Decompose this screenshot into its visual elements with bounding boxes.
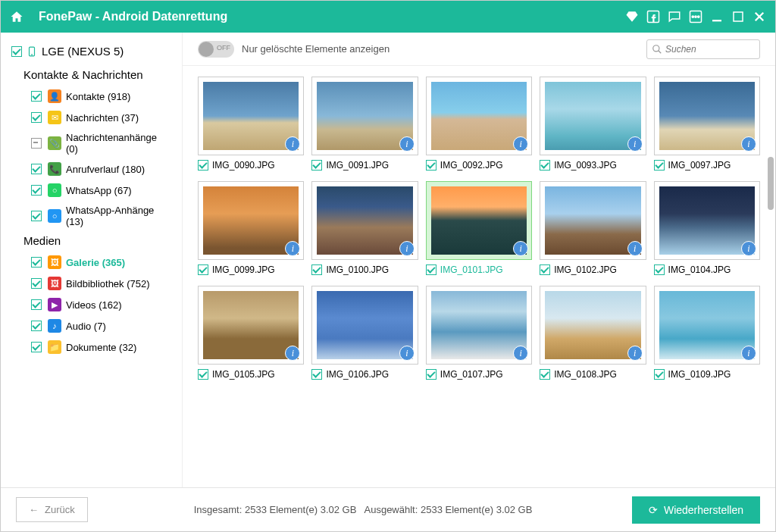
deleted-only-toggle[interactable]: OFF <box>198 41 234 58</box>
category-checkbox[interactable] <box>31 342 42 352</box>
search-box[interactable] <box>646 39 760 59</box>
scrollbar[interactable] <box>768 157 774 210</box>
thumbnail-item[interactable]: iIMG_0099.JPG <box>198 181 304 275</box>
thumbnail-item[interactable]: iIMG_0101.JPG <box>426 181 532 275</box>
category-label: Audio (7) <box>66 321 106 332</box>
category-item[interactable]: ♪Audio (7) <box>1 315 182 336</box>
refresh-icon: ⟳ <box>649 504 658 516</box>
thumbnail-name: IMG_0104.JPG <box>668 264 731 275</box>
category-item[interactable]: ○WhatsApp-Anhänge (13) <box>1 201 182 231</box>
category-checkbox[interactable] <box>31 164 42 174</box>
more-icon[interactable] <box>689 10 702 23</box>
stats-text: Insgesamt: 2533 Element(e) 3.02 GB Ausge… <box>88 504 632 515</box>
thumbnail-item[interactable]: iIMG_0109.JPG <box>654 286 760 380</box>
thumbnail-item[interactable]: iIMG_0092.JPG <box>426 77 532 171</box>
category-label: Nachrichtenanhänge (0) <box>66 132 171 155</box>
diamond-icon[interactable] <box>625 10 639 23</box>
category-item[interactable]: 📁Dokumente (32) <box>1 336 182 358</box>
category-item[interactable]: ▶Videos (162) <box>1 294 182 315</box>
thumbnail-item[interactable]: iIMG_0100.JPG <box>311 181 418 275</box>
info-icon[interactable]: i <box>399 241 415 256</box>
thumbnail-image <box>659 82 755 150</box>
category-item[interactable]: ○WhatsApp (67) <box>1 180 182 201</box>
thumbnail-checkbox[interactable] <box>540 264 550 275</box>
category-checkbox[interactable] <box>31 257 42 268</box>
thumbnail-checkbox[interactable] <box>654 160 665 171</box>
category-checkbox[interactable] <box>31 321 42 331</box>
info-icon[interactable]: i <box>399 136 415 152</box>
thumbnail-item[interactable]: iIMG_0091.JPG <box>311 77 418 171</box>
search-input[interactable] <box>665 44 755 55</box>
thumbnail-item[interactable]: iIMG_0093.JPG <box>540 77 646 171</box>
info-icon[interactable]: i <box>741 346 756 361</box>
maximize-icon[interactable] <box>731 10 745 23</box>
category-icon: 📁 <box>48 340 61 354</box>
device-checkbox[interactable] <box>11 46 22 57</box>
close-icon[interactable] <box>753 10 766 23</box>
thumbnail-checkbox[interactable] <box>426 264 436 275</box>
thumbnail-checkbox[interactable] <box>540 160 550 171</box>
thumbnail-checkbox[interactable] <box>311 264 322 275</box>
thumbnail-checkbox[interactable] <box>426 369 436 380</box>
device-row[interactable]: LGE (NEXUS 5) <box>1 42 182 65</box>
thumbnail-checkbox[interactable] <box>426 160 436 171</box>
category-item[interactable]: 🖼Bildbibliothek (752) <box>1 273 182 294</box>
thumbnail-image <box>431 82 527 150</box>
category-checkbox[interactable] <box>31 91 42 102</box>
thumbnail-image <box>659 291 755 359</box>
thumbnail-checkbox[interactable] <box>654 264 665 275</box>
category-item[interactable]: 📞Anrufverlauf (180) <box>1 158 182 180</box>
info-icon[interactable]: i <box>741 136 756 152</box>
thumbnail-item[interactable]: iIMG_0105.JPG <box>198 286 304 380</box>
category-icon: ♪ <box>48 319 61 333</box>
thumbnail-checkbox[interactable] <box>311 160 322 171</box>
category-item[interactable]: 👤Kontakte (918) <box>1 86 182 107</box>
recover-button[interactable]: ⟳ Wiederherstellen <box>632 496 760 524</box>
thumbnail-name: IMG_0090.JPG <box>212 160 275 171</box>
thumbnail-checkbox[interactable] <box>654 369 665 380</box>
thumbnail-item[interactable]: iIMG_0106.JPG <box>311 286 418 380</box>
minimize-icon[interactable] <box>710 10 724 23</box>
thumbnail-name: IMG_0101.JPG <box>440 264 503 275</box>
thumbnail-item[interactable]: iIMG_0102.JPG <box>540 181 646 275</box>
category-item[interactable]: ✉Nachrichten (37) <box>1 107 182 128</box>
info-icon[interactable]: i <box>627 346 643 361</box>
category-label: Videos (162) <box>66 299 121 311</box>
category-checkbox[interactable] <box>31 185 42 196</box>
thumbnail-name: IMG_0093.JPG <box>554 160 617 171</box>
thumbnail-checkbox[interactable] <box>540 369 550 380</box>
thumbnail-item[interactable]: iIMG_0097.JPG <box>654 77 760 171</box>
category-label: Galerie (365) <box>66 257 125 268</box>
thumbnail-checkbox[interactable] <box>198 160 208 171</box>
facebook-icon[interactable] <box>646 10 660 23</box>
info-icon[interactable]: i <box>627 136 643 152</box>
category-checkbox[interactable] <box>31 112 42 123</box>
feedback-icon[interactable] <box>668 10 681 23</box>
thumbnail-item[interactable]: iIMG_0090.JPG <box>198 77 304 171</box>
thumbnail-checkbox[interactable] <box>198 369 208 380</box>
thumbnail-image <box>545 291 640 359</box>
info-icon[interactable]: i <box>399 346 415 361</box>
search-icon <box>652 44 662 55</box>
back-button[interactable]: ← Zurück <box>16 497 88 522</box>
svg-point-2 <box>692 16 693 17</box>
thumbnail-checkbox[interactable] <box>311 369 322 380</box>
thumbnail-item[interactable]: iIMG_0108.JPG <box>540 286 646 380</box>
category-item[interactable]: 📎Nachrichtenanhänge (0) <box>1 128 182 158</box>
category-checkbox[interactable] <box>31 138 42 149</box>
info-icon[interactable]: i <box>627 241 643 256</box>
thumbnail-checkbox[interactable] <box>198 264 208 275</box>
category-item[interactable]: 🖼Galerie (365) <box>1 252 182 273</box>
thumbnail-image <box>545 186 640 255</box>
thumbnail-image <box>203 291 299 359</box>
category-icon: 👤 <box>48 89 61 103</box>
thumbnail-item[interactable]: iIMG_0107.JPG <box>426 286 532 380</box>
thumbnail-item[interactable]: iIMG_0104.JPG <box>654 181 760 275</box>
category-checkbox[interactable] <box>31 278 42 289</box>
thumbnail-name: IMG_0105.JPG <box>212 369 275 380</box>
home-icon[interactable] <box>10 10 23 23</box>
category-checkbox[interactable] <box>31 299 42 310</box>
info-icon[interactable]: i <box>741 241 756 256</box>
thumbnail-name: IMG_0109.JPG <box>668 369 731 380</box>
category-checkbox[interactable] <box>31 211 42 221</box>
